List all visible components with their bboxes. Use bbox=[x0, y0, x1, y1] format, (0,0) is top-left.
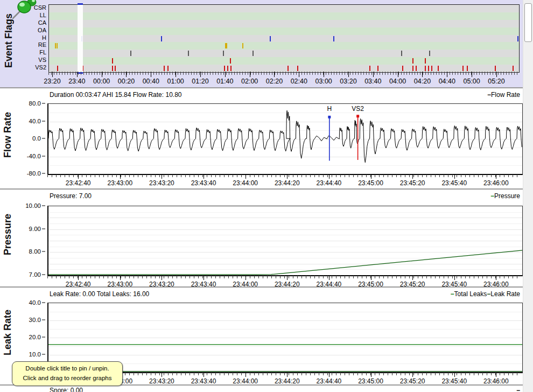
event-lane-VS2 bbox=[49, 65, 519, 72]
leak-chart-header[interactable]: Leak Rate: 0.00 Total Leaks: 16.00 bbox=[50, 290, 149, 298]
snore-chart-header[interactable]: Snore: 0.00 bbox=[50, 387, 83, 392]
pressure-plot[interactable] bbox=[47, 206, 523, 276]
event-tick bbox=[412, 58, 413, 64]
major-tick bbox=[371, 174, 371, 179]
event-flags-plot[interactable] bbox=[48, 4, 520, 73]
major-tick bbox=[329, 373, 329, 377]
major-tick bbox=[287, 174, 287, 179]
legend-label: Pressure bbox=[494, 192, 520, 200]
event-tick bbox=[429, 51, 430, 56]
time-label: 02:40 bbox=[291, 78, 307, 85]
event-tick bbox=[401, 51, 402, 56]
y-tick bbox=[42, 320, 45, 320]
vertical-scrollbar-track[interactable] bbox=[523, 0, 533, 392]
major-tick bbox=[225, 72, 226, 77]
event-flags-time-axis: 23:2023:4000:0000:2000:4001:0001:2001:40… bbox=[48, 72, 518, 87]
event-tick bbox=[495, 66, 496, 71]
time-label: 00:00 bbox=[93, 78, 110, 85]
event-tick bbox=[270, 36, 271, 41]
time-label: 23:42:40 bbox=[66, 281, 91, 288]
event-tick bbox=[57, 66, 58, 71]
major-tick bbox=[77, 72, 78, 77]
tooltip-line-2: Click and drag to reorder graphs bbox=[13, 374, 121, 383]
flow-plot[interactable]: HVS2 bbox=[47, 103, 523, 175]
time-label: 02:00 bbox=[241, 78, 258, 85]
time-label: 05:00 bbox=[463, 78, 480, 85]
vertical-scrollbar-thumb[interactable] bbox=[524, 3, 532, 42]
pressure-chart-header[interactable]: Pressure: 7.00 bbox=[50, 192, 92, 200]
major-tick bbox=[200, 72, 201, 77]
major-tick bbox=[162, 276, 162, 280]
major-tick bbox=[246, 174, 246, 179]
event-row-label-H: H bbox=[0, 34, 46, 42]
time-label: 23:43:20 bbox=[149, 179, 174, 187]
time-label: 23:46:00 bbox=[483, 377, 509, 385]
major-tick bbox=[496, 72, 497, 77]
major-tick bbox=[162, 373, 162, 377]
event-tick bbox=[369, 66, 370, 71]
time-label: 23:43:00 bbox=[107, 281, 132, 288]
major-tick bbox=[246, 276, 246, 280]
flow-x-axis: 23:42:4023:43:0023:43:2023:43:4023:44:00… bbox=[47, 174, 521, 188]
major-tick bbox=[102, 72, 102, 77]
major-tick bbox=[496, 174, 496, 179]
time-label: 23:43:00 bbox=[107, 179, 132, 187]
major-tick bbox=[447, 72, 447, 77]
time-label: 23:44:20 bbox=[275, 179, 300, 187]
event-tick bbox=[287, 66, 289, 71]
time-label: 03:40 bbox=[364, 78, 381, 85]
event-tick bbox=[333, 36, 334, 41]
major-tick bbox=[371, 373, 371, 377]
legend-dash: − bbox=[490, 192, 494, 200]
event-lane-VS bbox=[49, 57, 519, 65]
event-tick bbox=[425, 58, 426, 64]
time-label: 23:40 bbox=[68, 78, 85, 85]
major-tick bbox=[398, 72, 398, 77]
time-label: 00:40 bbox=[143, 78, 159, 85]
time-label: 23:20 bbox=[44, 78, 60, 85]
time-label: 01:40 bbox=[216, 78, 233, 85]
y-label: 40.0 bbox=[29, 118, 41, 124]
event-row-label-OA: OA bbox=[0, 27, 46, 34]
event-tick bbox=[230, 58, 231, 64]
legend-label: Total Leaks bbox=[454, 290, 487, 298]
y-label: 80.0 bbox=[29, 100, 41, 107]
time-label: 23:43:20 bbox=[149, 377, 174, 385]
time-label: 02:20 bbox=[266, 78, 283, 85]
y-tick bbox=[42, 251, 45, 252]
y-tick bbox=[42, 303, 45, 303]
major-tick bbox=[454, 276, 455, 280]
y-label: 0.0 bbox=[32, 135, 41, 142]
event-tick bbox=[253, 51, 254, 56]
y-tick bbox=[42, 228, 45, 229]
y-label: 20.0 bbox=[29, 334, 41, 340]
major-tick bbox=[373, 72, 374, 77]
time-label: 23:43:40 bbox=[191, 179, 216, 187]
selection-marker bbox=[78, 3, 83, 5]
y-tick bbox=[42, 156, 45, 156]
time-label: 23:43:40 bbox=[191, 377, 216, 385]
time-label: 23:42:40 bbox=[66, 179, 91, 187]
event-tick bbox=[115, 66, 116, 71]
snore-legend: − bbox=[516, 387, 520, 392]
pressure-x-axis: 23:42:4023:43:0023:43:2023:43:4023:44:00… bbox=[47, 276, 521, 290]
event-row-label-RE: RE bbox=[0, 41, 46, 49]
major-tick bbox=[204, 174, 204, 179]
y-tick bbox=[42, 103, 45, 104]
flow-y-axis: 80.040.00.0-40.0-80.0 bbox=[0, 103, 45, 173]
event-flags-panel: Event Flags CSRLLCAOAHREFLVSVS2 23:2023:… bbox=[0, 0, 523, 87]
y-tick bbox=[42, 206, 45, 206]
pressure-panel: Pressure Pressure: 7.00 −Pressure 10.009… bbox=[0, 191, 523, 286]
major-tick bbox=[472, 72, 472, 77]
major-tick bbox=[412, 276, 413, 280]
event-tick bbox=[431, 66, 432, 71]
event-tick bbox=[517, 36, 518, 41]
major-tick bbox=[324, 72, 324, 77]
pushpin-icon[interactable] bbox=[10, 0, 38, 20]
flow-chart-header[interactable]: Duration 00:03:47 AHI 15.84 Flow Rate: 1… bbox=[50, 91, 182, 99]
major-tick bbox=[299, 72, 299, 77]
y-label: -40.0 bbox=[27, 153, 41, 159]
time-label: 23:45:40 bbox=[441, 281, 467, 288]
minor-ticks bbox=[47, 276, 521, 278]
time-label: 23:45:20 bbox=[400, 377, 425, 385]
